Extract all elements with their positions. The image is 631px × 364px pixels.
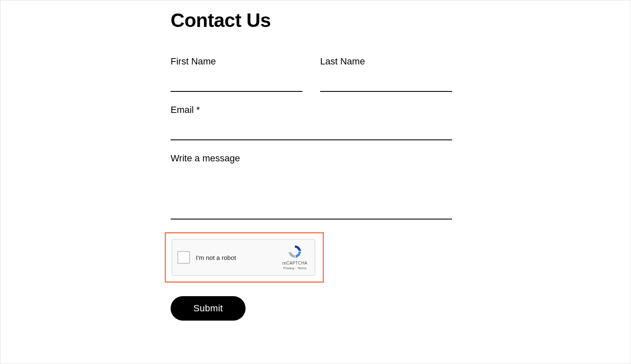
recaptcha-branding: reCAPTCHA Privacy - Terms [280,244,310,270]
last-name-label: Last Name [320,56,452,67]
recaptcha-links: Privacy - Terms [283,266,307,270]
first-name-input[interactable] [171,77,302,92]
last-name-input[interactable] [320,77,452,92]
recaptcha-icon [287,244,302,259]
recaptcha-brand: reCAPTCHA [282,261,307,265]
recaptcha-label: I'm not a robot [196,254,236,261]
name-row: First Name Last Name [171,56,452,92]
recaptcha-checkbox[interactable] [177,251,190,264]
email-label: Email * [171,104,452,115]
page-title: Contact Us [171,9,452,32]
contact-form-container: Contact Us First Name Last Name Email * … [171,9,452,321]
first-name-field: First Name [171,56,302,92]
message-textarea[interactable] [171,174,452,219]
email-field-container: Email * [171,104,452,140]
recaptcha-separator: - [294,266,297,270]
recaptcha-privacy-link[interactable]: Privacy [283,266,294,270]
message-field-container: Write a message [171,153,452,219]
recaptcha-widget: I'm not a robot reCAPTCHA Privacy - Term… [172,239,315,276]
recaptcha-terms-link[interactable]: Terms [297,266,307,270]
last-name-field: Last Name [320,56,452,92]
email-field[interactable] [171,126,452,140]
first-name-label: First Name [171,56,302,67]
message-label: Write a message [171,153,452,164]
recaptcha-highlight-box: I'm not a robot reCAPTCHA Privacy - Term… [165,232,324,283]
submit-button[interactable]: Submit [171,296,246,321]
